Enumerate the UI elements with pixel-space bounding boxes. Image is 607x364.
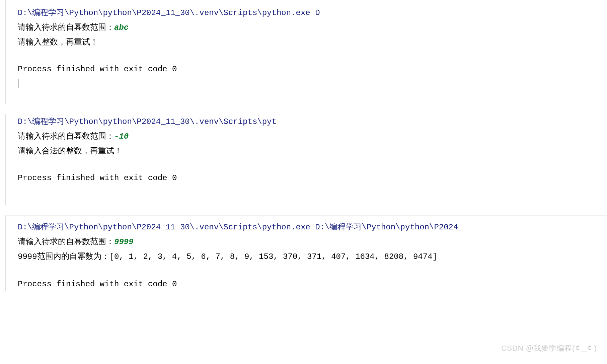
result-line: 9999范围内的自幂数为：[0, 1, 2, 3, 4, 5, 6, 7, 8,… (18, 249, 607, 264)
path-drive: D:\ (18, 8, 32, 17)
path-drive: D:\ (18, 223, 32, 232)
interpreter-path-line: D:\编程学习\Python\python\P2024_11_30\.venv\… (18, 114, 607, 129)
process-exit-message: Process finished with exit code 0 (18, 171, 607, 185)
csdn-watermark: CSDN @我要学编程(ಥ_ಥ) (501, 342, 597, 355)
process-exit-message: Process finished with exit code 0 (18, 277, 607, 291)
result-list: [0, 1, 2, 3, 4, 5, 6, 7, 8, 9, 153, 370,… (109, 252, 437, 261)
prompt-line: 请输入待求的自幂数范围：9999 (18, 234, 607, 249)
interpreter-path-line: D:\编程学习\Python\python\P2024_11_30\.venv\… (18, 5, 607, 20)
text-cursor-icon (18, 79, 18, 88)
user-input-value: -10 (114, 132, 129, 141)
user-input-value: abc (114, 23, 129, 32)
console-output-block-3: D:\编程学习\Python\python\P2024_11_30\.venv\… (5, 215, 607, 291)
path-cjk: 编程学习 (32, 117, 64, 126)
input-prompt: 请输入待求的自幂数范围： (18, 237, 114, 246)
path-mid: \Python\python\P2024_11_30\.venv\Scripts… (64, 223, 329, 232)
path-cjk-1: 编程学习 (32, 222, 64, 231)
path-tail: \Python\python\P2024_ (362, 223, 463, 232)
result-number: 9999 (18, 252, 37, 261)
error-message: 请输入整数，再重试！ (18, 35, 607, 49)
path-cjk-2: 编程学习 (329, 222, 362, 231)
error-message: 请输入合法的整数，再重试！ (18, 144, 607, 158)
input-prompt: 请输入待求的自幂数范围： (18, 22, 114, 31)
path-cjk: 编程学习 (32, 8, 64, 17)
interpreter-path-line: D:\编程学习\Python\python\P2024_11_30\.venv\… (18, 220, 607, 234)
path-tail: \Python\python\P2024_11_30\.venv\Scripts… (64, 117, 277, 126)
user-input-value: 9999 (114, 237, 134, 246)
prompt-line: 请输入待求的自幂数范围：-10 (18, 129, 607, 144)
result-label: 范围内的自幂数为： (37, 251, 109, 261)
process-exit-message: Process finished with exit code 0 (18, 62, 607, 76)
cursor-line (18, 76, 607, 90)
input-prompt: 请输入待求的自幂数范围： (18, 131, 114, 140)
path-tail: \Python\python\P2024_11_30\.venv\Scripts… (64, 8, 320, 17)
prompt-line: 请输入待求的自幂数范围：abc (18, 20, 607, 35)
console-output-block-1: D:\编程学习\Python\python\P2024_11_30\.venv\… (5, 0, 607, 104)
console-output-block-2: D:\编程学习\Python\python\P2024_11_30\.venv\… (5, 114, 607, 205)
path-drive: D:\ (18, 117, 32, 126)
